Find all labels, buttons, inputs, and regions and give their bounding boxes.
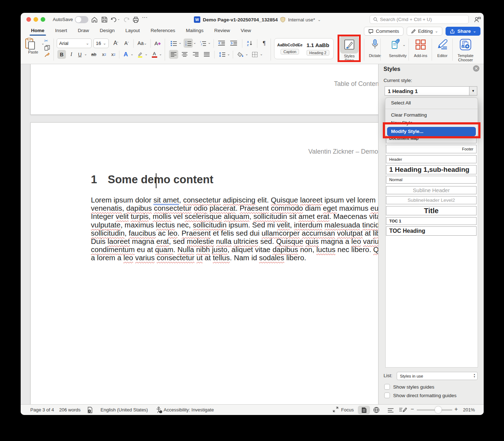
print-icon[interactable] xyxy=(132,16,140,24)
menu-item-clear-formatting[interactable]: Clear Formatting xyxy=(385,111,478,119)
page-indicator[interactable]: Page 3 of 4 xyxy=(30,407,54,412)
style-item-sublineheader-level2[interactable]: SublineHeader Level2 xyxy=(386,196,477,204)
bullets-chevron-icon[interactable]: ⌄ xyxy=(179,41,181,45)
home-icon[interactable] xyxy=(91,16,98,24)
sort-button[interactable]: AZ xyxy=(245,39,255,48)
dictate-button[interactable]: Dictate xyxy=(366,36,384,58)
spellcheck-icon[interactable] xyxy=(86,406,93,414)
document-title[interactable]: Demo Page-v1-20250704_132854 xyxy=(203,17,278,22)
multilevel-list-button[interactable]: 1ai xyxy=(198,39,207,48)
draft-view-icon[interactable] xyxy=(387,406,394,414)
accessibility-status[interactable]: Accessibility: Investigate xyxy=(164,407,214,412)
align-center-button[interactable] xyxy=(180,50,189,59)
addins-button[interactable]: Add-ins xyxy=(410,36,432,58)
sensitivity-label[interactable]: Internal use* xyxy=(288,17,315,22)
zoom-in-button[interactable]: + xyxy=(454,406,458,412)
show-styles-guides-checkbox[interactable] xyxy=(384,384,390,390)
comments-button[interactable]: Comments xyxy=(364,27,403,36)
style-item-normal[interactable]: Normal xyxy=(386,176,477,184)
template-chooser-button[interactable]: TemplateChooser xyxy=(455,36,476,62)
borders-button[interactable] xyxy=(250,50,259,59)
numbering-button[interactable]: 123 xyxy=(184,39,193,48)
change-case-button[interactable]: Aa ⌄ xyxy=(135,39,149,48)
cut-icon[interactable]: ✂ xyxy=(44,39,50,43)
font-size-select[interactable]: 16⌄ xyxy=(93,39,109,48)
underline-button[interactable]: U xyxy=(76,50,84,59)
zoom-slider-track[interactable] xyxy=(417,409,452,411)
zoom-out-button[interactable]: − xyxy=(411,406,414,412)
presence-icon[interactable] xyxy=(473,16,481,23)
tab-draw[interactable]: Draw xyxy=(77,26,90,36)
save-icon[interactable] xyxy=(101,16,108,24)
minimize-window-button[interactable] xyxy=(34,17,38,22)
line-spacing-button[interactable] xyxy=(217,50,227,59)
document-page-2[interactable]: Valentin Zickner – Demo Page 1Some demo … xyxy=(30,122,379,404)
strikethrough-button[interactable]: ab xyxy=(89,50,98,59)
underline-chevron-icon[interactable]: ⌄ xyxy=(84,52,87,56)
font-color-chevron-icon[interactable]: ⌄ xyxy=(159,52,162,56)
highlight-chevron-icon[interactable]: ⌄ xyxy=(145,52,148,56)
current-style-select[interactable]: 1 Heading 1 ▼ xyxy=(385,86,477,96)
style-heading2-cell[interactable]: 1.1 AaBb Heading 2 xyxy=(304,42,331,56)
tab-insert[interactable]: Insert xyxy=(55,26,68,36)
align-right-button[interactable] xyxy=(191,50,200,59)
paste-button[interactable]: Paste xyxy=(25,38,41,54)
multilevel-chevron-icon[interactable]: ⌄ xyxy=(208,41,211,45)
language-indicator[interactable]: English (United States) xyxy=(101,407,148,412)
editor-button[interactable]: Editor xyxy=(433,36,452,58)
web-layout-view-icon[interactable] xyxy=(373,406,380,414)
style-item-title[interactable]: Title xyxy=(386,206,477,215)
search-input[interactable]: Search (Cmd + Ctrl + U) xyxy=(370,15,469,24)
show-direct-formatting-checkbox[interactable] xyxy=(384,393,390,398)
tab-review[interactable]: Review xyxy=(214,26,231,36)
accessibility-icon[interactable]: ! xyxy=(155,406,163,414)
align-left-button[interactable] xyxy=(169,50,178,59)
shading-button[interactable] xyxy=(236,50,245,59)
numbering-chevron-icon[interactable]: ⌄ xyxy=(193,41,196,45)
word-count[interactable]: 206 words xyxy=(59,407,81,412)
document-page-1[interactable]: Table of Contents xyxy=(30,64,379,115)
share-button[interactable]: Share ⌄ xyxy=(446,27,480,36)
font-color-button[interactable]: A xyxy=(150,50,159,59)
tab-layout[interactable]: Layout xyxy=(125,26,141,36)
grow-font-button[interactable]: Aˆ xyxy=(111,39,120,48)
tab-references[interactable]: References xyxy=(150,26,176,36)
zoom-slider-knob[interactable] xyxy=(435,406,442,413)
close-window-button[interactable] xyxy=(26,17,31,22)
style-item-header[interactable]: Header xyxy=(386,155,477,163)
bullets-button[interactable] xyxy=(169,39,178,48)
sensitivity-chevron-icon[interactable]: ⌄ xyxy=(318,17,321,22)
current-style-dropdown-icon[interactable]: ▼ xyxy=(469,87,477,95)
zoom-level[interactable]: 201% xyxy=(463,407,475,412)
autosave-toggle[interactable] xyxy=(75,16,88,23)
copy-icon[interactable] xyxy=(44,45,50,51)
tab-mailings[interactable]: Mailings xyxy=(185,26,204,36)
undo-icon[interactable] xyxy=(110,16,118,24)
highlight-button[interactable] xyxy=(135,50,145,59)
format-painter-icon[interactable] xyxy=(44,52,50,58)
editing-mode-button[interactable]: Editing ⌄ xyxy=(407,27,443,36)
focus-button[interactable]: Focus xyxy=(341,407,354,412)
style-item-toc-heading[interactable]: TOC Heading xyxy=(386,226,477,236)
italic-button[interactable]: I xyxy=(67,50,75,59)
style-item-toc-1[interactable]: TOC 1 xyxy=(386,217,477,225)
style-item-1-heading-1-sub-heading[interactable]: 1 Heading 1,sub-heading xyxy=(386,165,477,174)
increase-indent-button[interactable] xyxy=(228,39,238,48)
tab-design[interactable]: Design xyxy=(99,26,115,36)
list-filter-select[interactable]: Styles in use ▲▼ xyxy=(397,372,478,380)
styles-pane-close-icon[interactable]: ✕ xyxy=(473,65,479,72)
font-name-select[interactable]: Arial⌄ xyxy=(57,39,92,48)
style-item-subline-header[interactable]: Subline Header xyxy=(386,186,477,194)
style-item-footer[interactable]: Footer xyxy=(386,145,477,153)
zoom-window-button[interactable] xyxy=(41,17,45,22)
subscript-button[interactable]: x2 xyxy=(100,50,108,59)
superscript-button[interactable]: x2 xyxy=(109,50,118,59)
justify-button[interactable] xyxy=(202,50,211,59)
style-caption-cell[interactable]: AaBbCcDdEe Caption xyxy=(276,43,303,55)
shrink-font-button[interactable]: Aˇ xyxy=(122,39,131,48)
undo-chevron-icon[interactable]: ⌄ xyxy=(117,17,120,21)
focus-expand-icon[interactable] xyxy=(333,406,339,414)
text-effects-button[interactable]: A xyxy=(121,50,130,59)
tab-view[interactable]: View xyxy=(240,26,252,36)
print-layout-view-button[interactable] xyxy=(358,406,370,414)
